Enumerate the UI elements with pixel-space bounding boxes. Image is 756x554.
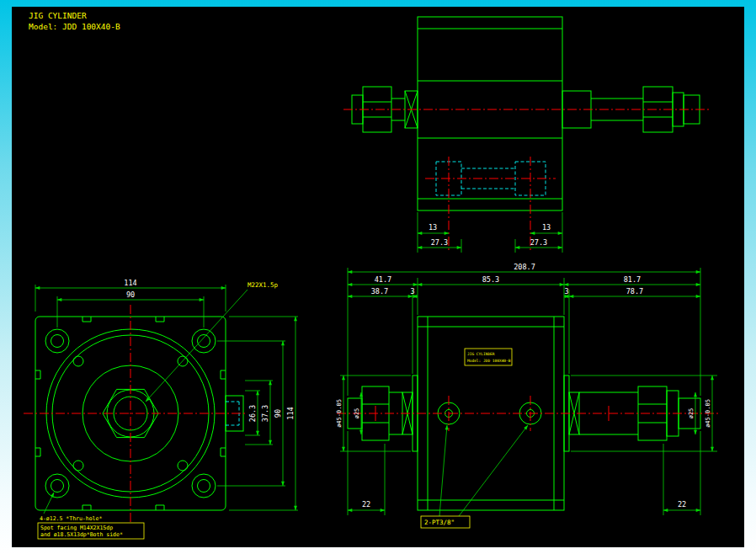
dim-boss-dia-left: ø45-0.05	[336, 399, 343, 428]
dim-front-37-3: 37.3	[261, 405, 269, 422]
front-view: 114 90 M22X1.5p	[24, 279, 298, 539]
side-view-centerlines	[337, 396, 721, 431]
nameplate-line1: JIG CYLINDER	[467, 352, 495, 356]
dim-front-height-114: 114	[286, 407, 295, 419]
front-view-centerlines	[24, 305, 246, 524]
dim-thread-22-left: 22	[362, 500, 370, 509]
thread-label: M22X1.5p	[248, 281, 279, 289]
side-view-nameplate: JIG CYLINDER Model: JDD 100X40-B	[465, 349, 512, 365]
drawing-area: JIG CYLINDER Model: JDD 100X40-B	[12, 7, 744, 547]
nameplate-line2: Model: JDD 100X40-B	[467, 359, 511, 363]
hole-note-line2: Spot facing M14X2X15dp	[40, 525, 113, 531]
side-view-bottom-dimensions: 22 22	[348, 431, 700, 515]
side-view-port-callout: 2-PT3/8"	[421, 425, 528, 528]
dim-side-41-7: 41.7	[375, 275, 391, 284]
drawing-title: JIG CYLINDER	[29, 11, 87, 20]
hole-note-line3: and ø18.5X13dp*Both side*	[40, 531, 123, 538]
top-view-centerlines	[343, 109, 711, 251]
dim-front-26-3: 26.3	[248, 405, 257, 422]
side-view: JIG CYLINDER Model: JDD 100X40-B	[336, 263, 721, 528]
port-label: 2-PT3/8"	[424, 519, 455, 526]
cad-viewport[interactable]: JIG CYLINDER Model: JDD 100X40-B	[12, 7, 744, 547]
top-view-body	[418, 17, 562, 210]
dim-side-38-7: 38.7	[371, 287, 388, 296]
dim-front-height-90: 90	[274, 409, 282, 418]
dim-side-78-7: 78.7	[626, 287, 643, 296]
top-view: 13 27.3 13 27.3	[343, 17, 711, 253]
window-frame: JIG CYLINDER Model: JDD 100X40-B	[0, 0, 756, 554]
front-view-thread-callout: M22X1.5p	[146, 281, 279, 402]
dim-rod-dia-left: ø25	[354, 408, 360, 419]
dim-side-overall: 208.7	[514, 263, 535, 271]
dim-thread-22-right: 22	[678, 500, 686, 509]
dim-side-81-7: 81.7	[624, 275, 641, 284]
title-block: JIG CYLINDER Model: JDD 100X40-B	[29, 11, 120, 31]
dim-top-left-27-3: 27.3	[431, 238, 448, 247]
top-view-dimensions: 13 27.3 13 27.3	[418, 212, 562, 253]
dim-rod-dia-right: ø25	[688, 408, 695, 419]
front-view-hole-note: 4-ø12.5 *Thru-hole* Spot facing M14X2X15…	[38, 493, 144, 539]
dim-front-width-90: 90	[126, 290, 135, 299]
top-view-right-rod	[562, 87, 700, 132]
dim-top-right-13: 13	[542, 223, 551, 232]
dim-side-3-right: 3	[564, 287, 568, 296]
dim-front-width-114: 114	[124, 279, 136, 287]
model-number: Model: JDD 100X40-B	[29, 22, 120, 31]
front-view-top-dimensions: 114 90	[35, 279, 226, 328]
dim-top-right-27-3: 27.3	[530, 238, 547, 247]
dim-side-3-left: 3	[410, 287, 414, 296]
dim-side-85-3: 85.3	[482, 275, 499, 284]
front-view-right-dimensions: 26.3 37.3 90 114	[217, 317, 298, 510]
hole-note-line1: 4-ø12.5 *Thru-hole*	[40, 515, 102, 522]
dim-boss-dia-right: ø45-0.05	[705, 399, 711, 428]
dim-top-left-13: 13	[429, 223, 437, 232]
